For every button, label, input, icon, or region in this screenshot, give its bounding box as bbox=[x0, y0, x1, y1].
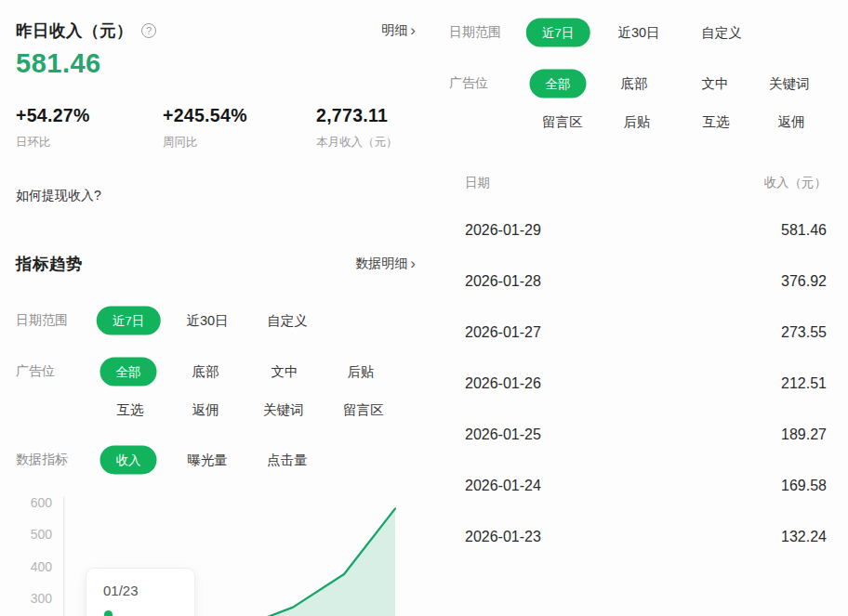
column-income: 收入（元） bbox=[764, 175, 828, 191]
row-date: 2026-01-23 bbox=[465, 529, 541, 545]
row-income: 169.58 bbox=[781, 478, 827, 494]
row-income: 581.46 bbox=[781, 222, 827, 239]
chart-tooltip: 01/23 bbox=[86, 568, 195, 616]
option-bottom[interactable]: 底部 bbox=[621, 75, 648, 93]
option-comment-area[interactable]: 留言区 bbox=[542, 113, 583, 131]
row-date: 2026-01-25 bbox=[465, 426, 541, 443]
detail-ad-slot-filter: 广告位 全部 底部 文中 关键词 bbox=[449, 68, 840, 99]
option-custom-range[interactable]: 自定义 bbox=[701, 24, 742, 42]
row-income: 212.51 bbox=[781, 375, 827, 392]
table-row: 2026-01-24 169.58 bbox=[465, 478, 827, 494]
row-income: 376.92 bbox=[781, 273, 827, 290]
filter-label: 日期范围 bbox=[449, 24, 501, 41]
option-post-ad[interactable]: 后贴 bbox=[624, 113, 651, 131]
option-last-30-days[interactable]: 近30日 bbox=[617, 24, 659, 42]
row-income: 132.24 bbox=[781, 529, 827, 545]
row-income: 273.55 bbox=[781, 324, 827, 341]
option-rebate[interactable]: 返佣 bbox=[778, 113, 805, 131]
series-dot-icon bbox=[104, 610, 113, 616]
option-in-article[interactable]: 文中 bbox=[702, 75, 729, 93]
option-all[interactable]: 全部 bbox=[530, 70, 587, 98]
filter-label: 广告位 bbox=[449, 75, 488, 92]
row-date: 2026-01-28 bbox=[465, 273, 541, 290]
table-row: 2026-01-25 189.27 bbox=[465, 426, 827, 443]
table-row: 2026-01-27 273.55 bbox=[465, 324, 827, 341]
row-date: 2026-01-24 bbox=[465, 478, 541, 494]
table-header: 日期 收入（元） bbox=[465, 175, 827, 191]
option-last-7-days[interactable]: 近7日 bbox=[526, 19, 590, 47]
data-detail-panel: 日期范围 近7日 近30日 自定义 广告位 全部 底部 文中 关键词 留言区 后… bbox=[0, 0, 848, 616]
table-row: 2026-01-23 132.24 bbox=[465, 529, 827, 545]
row-income: 189.27 bbox=[781, 426, 827, 443]
row-date: 2026-01-29 bbox=[465, 222, 541, 239]
detail-date-range-filter: 日期范围 近7日 近30日 自定义 bbox=[449, 17, 840, 48]
detail-ad-slot-filter-row2: 留言区 后贴 互选 返佣 bbox=[449, 106, 840, 138]
option-mutual-select[interactable]: 互选 bbox=[703, 113, 730, 131]
row-date: 2026-01-26 bbox=[465, 375, 541, 392]
row-date: 2026-01-27 bbox=[465, 324, 541, 341]
table-row: 2026-01-28 376.92 bbox=[465, 273, 827, 290]
option-keyword[interactable]: 关键词 bbox=[769, 75, 810, 93]
table-row: 2026-01-26 212.51 bbox=[465, 375, 827, 392]
tooltip-date: 01/23 bbox=[103, 583, 194, 598]
table-row: 2026-01-29 581.46 bbox=[465, 222, 827, 239]
column-date: 日期 bbox=[465, 175, 490, 191]
